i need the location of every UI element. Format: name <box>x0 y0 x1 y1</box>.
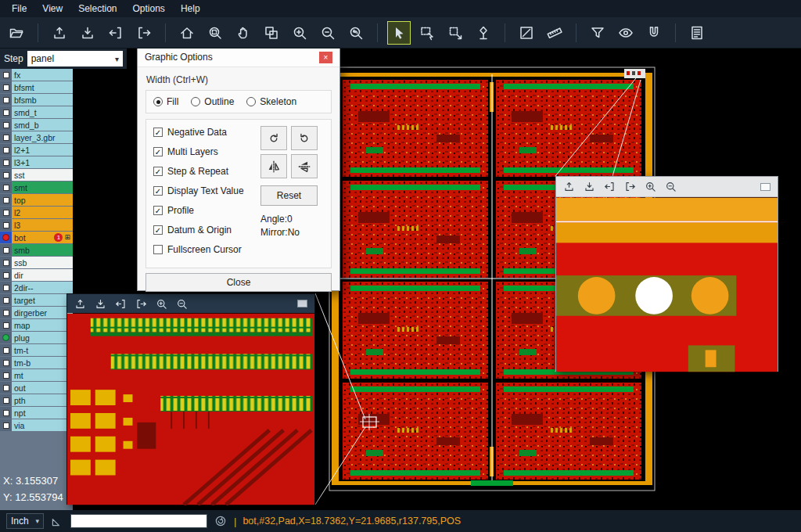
menu-help[interactable]: Help <box>174 2 207 16</box>
ruler-button[interactable] <box>543 21 566 45</box>
layer-row-npt[interactable]: npt <box>0 407 73 419</box>
layer-row-dir[interactable]: dir <box>0 269 73 281</box>
select-transform-button[interactable] <box>444 21 467 45</box>
layer-row-mt[interactable]: mt <box>0 369 73 381</box>
layer-row-smb[interactable]: smb <box>0 244 73 256</box>
layer-visibility-checkbox[interactable] <box>0 94 12 106</box>
layer-row-ssb[interactable]: ssb <box>0 257 73 268</box>
measure-diamond-button[interactable] <box>472 21 495 45</box>
checkbox-profile[interactable]: ✓Profile <box>153 204 260 217</box>
report-list-button[interactable] <box>685 21 709 45</box>
zoom-in-button[interactable] <box>288 21 311 45</box>
layer-row-l2+1[interactable]: l2+1 <box>0 144 73 156</box>
layer-row-bot[interactable]: bot1⊞ <box>0 232 73 243</box>
zoom-previous-button[interactable] <box>344 21 368 45</box>
magnifier-right-toolbar[interactable] <box>556 177 778 197</box>
dialog-title-bar[interactable]: Graphic Options × <box>138 48 339 67</box>
layer-row-l3[interactable]: l3 <box>0 219 73 231</box>
layer-row-2dir--[interactable]: 2dir-- <box>0 282 73 293</box>
snap-magnet-button[interactable] <box>642 21 666 45</box>
layer-visibility-checkbox[interactable] <box>0 357 12 368</box>
window-restore-icon[interactable] <box>760 183 770 191</box>
import-up-button[interactable] <box>48 21 71 45</box>
refresh-icon[interactable] <box>214 514 228 528</box>
layer-row-smd_t[interactable]: smd_t <box>0 106 73 118</box>
radio-fill[interactable]: Fill <box>153 96 178 107</box>
export-right-button[interactable] <box>624 181 636 192</box>
layer-visibility-checkbox[interactable] <box>0 419 12 431</box>
layer-row-sst[interactable]: sst <box>0 169 73 181</box>
magnifier-left-toolbar[interactable] <box>67 294 314 313</box>
layer-row-layer_3.gbr[interactable]: layer_3.gbr <box>0 131 73 143</box>
layer-row-top[interactable]: top <box>0 194 73 206</box>
swap-view-button[interactable] <box>260 21 283 45</box>
menu-options[interactable]: Options <box>126 2 172 16</box>
select-rect-button[interactable] <box>415 21 439 45</box>
layer-visibility-checkbox[interactable] <box>0 282 12 293</box>
layer-visibility-checkbox[interactable] <box>0 106 12 118</box>
mirror-vertical-button[interactable] <box>291 154 318 178</box>
radio-skeleton[interactable]: Skeleton <box>246 96 296 107</box>
export-left-button[interactable] <box>115 298 127 310</box>
layer-row-bfsmb[interactable]: bfsmb <box>0 94 73 106</box>
layer-row-dirgerber[interactable]: dirgerber <box>0 307 73 318</box>
command-input[interactable] <box>70 514 207 528</box>
filter-button[interactable] <box>586 21 609 45</box>
layer-row-tm-b[interactable]: tm-b <box>0 357 73 368</box>
zoom-out-button[interactable] <box>665 181 677 192</box>
select-cursor-button[interactable] <box>387 21 411 45</box>
export-right-button[interactable] <box>132 21 156 45</box>
export-left-button[interactable] <box>604 181 616 192</box>
layer-visibility-checkbox[interactable] <box>0 307 12 318</box>
export-right-button[interactable] <box>135 298 147 310</box>
home-button[interactable] <box>175 21 199 45</box>
radio-outline[interactable]: Outline <box>191 96 234 107</box>
layer-visibility-checkbox[interactable] <box>0 194 12 206</box>
layer-visibility-checkbox[interactable] <box>0 407 12 419</box>
layer-visibility-checkbox[interactable] <box>0 119 12 131</box>
layer-row-via[interactable]: via <box>0 419 73 431</box>
layer-row-out[interactable]: out <box>0 382 73 394</box>
layer-visibility-checkbox[interactable] <box>0 81 12 93</box>
layer-row-target[interactable]: target <box>0 294 73 306</box>
step-combobox[interactable]: panel ▾ <box>27 51 123 66</box>
checkbox-datum-origin[interactable]: ✓Datum & Origin <box>153 224 260 236</box>
layer-row-smd_b[interactable]: smd_b <box>0 119 73 131</box>
layer-row-l3+1[interactable]: l3+1 <box>0 156 73 168</box>
unit-combobox[interactable]: Inch ▾ <box>6 513 44 529</box>
import-down-button[interactable] <box>76 21 99 45</box>
layer-visibility-checkbox[interactable] <box>0 319 12 331</box>
open-file-button[interactable] <box>5 21 28 45</box>
layer-visibility-checkbox[interactable] <box>0 332 12 343</box>
layer-row-l2[interactable]: l2 <box>0 207 73 218</box>
import-down-button[interactable] <box>95 298 106 310</box>
import-up-button[interactable] <box>74 298 86 310</box>
menu-file[interactable]: File <box>5 2 34 16</box>
layer-visibility-checkbox[interactable] <box>0 156 12 168</box>
mirror-horizontal-button[interactable] <box>260 154 287 178</box>
checkbox-display-text-value[interactable]: ✓Display Text Value <box>153 185 260 197</box>
layer-visibility-checkbox[interactable] <box>0 394 12 406</box>
layer-visibility-checkbox[interactable] <box>0 257 12 268</box>
layer-row-smt[interactable]: smt <box>0 182 73 193</box>
layer-visibility-checkbox[interactable] <box>0 269 12 281</box>
menu-view[interactable]: View <box>35 2 70 16</box>
close-icon[interactable]: × <box>319 52 332 63</box>
layer-visibility-checkbox[interactable] <box>0 144 12 156</box>
layer-row-plug[interactable]: plug <box>0 332 73 343</box>
layer-visibility-checkbox[interactable] <box>0 244 12 256</box>
import-up-button[interactable] <box>563 181 575 192</box>
rotate-ccw-button[interactable] <box>291 126 318 150</box>
zoom-in-button[interactable] <box>156 298 167 310</box>
checkbox-fullscreen-cursor[interactable]: Fullscreen Cursor <box>153 243 260 256</box>
layer-row-bfsmt[interactable]: bfsmt <box>0 81 73 93</box>
layer-visibility-checkbox[interactable] <box>0 382 12 394</box>
layer-row-pth[interactable]: pth <box>0 394 73 406</box>
close-button[interactable]: Close <box>145 273 332 292</box>
checkbox-multi-layers[interactable]: ✓Multi Layers <box>153 146 260 158</box>
layer-visibility-checkbox[interactable] <box>0 207 12 218</box>
export-left-button[interactable] <box>104 21 128 45</box>
rotate-cw-button[interactable] <box>260 126 287 150</box>
layer-row-tm-t[interactable]: tm-t <box>0 344 73 356</box>
zoom-in-button[interactable] <box>645 181 656 192</box>
